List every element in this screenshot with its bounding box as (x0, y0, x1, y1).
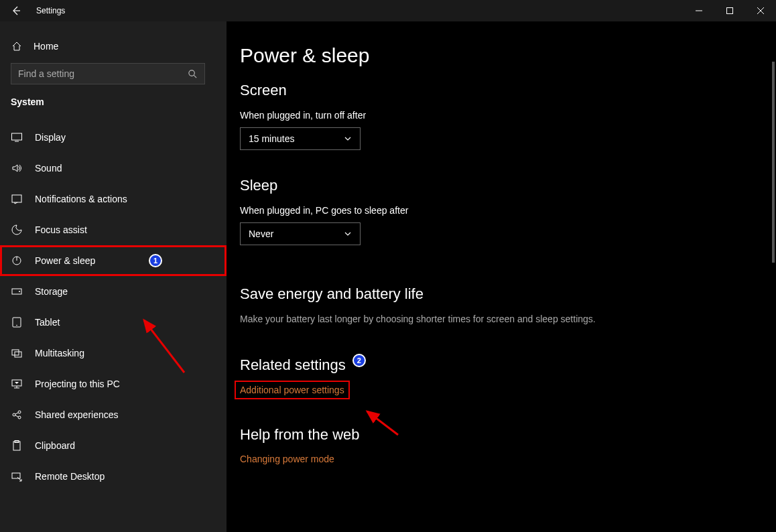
display-icon (11, 131, 23, 143)
sidebar-item-multitasking[interactable]: Multitasking (0, 338, 227, 369)
screen-field-label: When plugged in, turn off after (240, 110, 749, 121)
remote-desktop-icon (11, 470, 23, 482)
settings-window: Settings A PUALS Home (0, 0, 776, 532)
sidebar-item-tablet[interactable]: Tablet (0, 307, 227, 338)
dropdown-value: Never (249, 228, 273, 239)
svg-rect-9 (12, 350, 19, 355)
svg-point-6 (19, 291, 20, 292)
window-controls (684, 0, 776, 21)
tablet-icon (11, 316, 23, 328)
sidebar-item-notifications[interactable]: Notifications & actions (0, 184, 227, 214)
search-box[interactable] (11, 63, 205, 84)
page-title: Power & sleep (240, 44, 749, 67)
sidebar-item-remote-desktop[interactable]: Remote Desktop (0, 461, 227, 492)
sidebar-item-label: Remote Desktop (35, 471, 105, 482)
power-icon (11, 255, 23, 267)
nav-list: Display Sound Notifications & actions Fo… (0, 122, 227, 492)
back-button[interactable] (0, 0, 32, 21)
scrollbar[interactable] (772, 62, 775, 263)
sidebar: Home System Display Sound (0, 21, 227, 532)
home-label: Home (34, 41, 58, 52)
minimize-button[interactable] (684, 0, 714, 21)
maximize-icon (726, 7, 734, 15)
changing-power-mode-link[interactable]: Changing power mode (240, 454, 334, 464)
chevron-down-icon (344, 135, 352, 143)
sidebar-item-clipboard[interactable]: Clipboard (0, 430, 227, 461)
sleep-section-title: Sleep (240, 177, 749, 194)
svg-point-1 (189, 70, 194, 75)
sidebar-item-label: Notifications & actions (35, 194, 127, 204)
sidebar-item-sound[interactable]: Sound (0, 153, 227, 184)
sidebar-item-label: Power & sleep (35, 255, 95, 266)
sidebar-item-power-sleep[interactable]: Power & sleep 1 (0, 245, 227, 276)
svg-point-14 (18, 416, 21, 419)
sidebar-item-label: Display (35, 132, 66, 143)
sidebar-item-projecting[interactable]: Projecting to this PC (0, 369, 227, 399)
multitasking-icon (11, 347, 23, 359)
main-content: Power & sleep Screen When plugged in, tu… (227, 21, 776, 532)
close-icon (757, 7, 765, 15)
search-input[interactable] (18, 68, 188, 79)
help-title: Help from the web (240, 426, 749, 444)
sidebar-item-storage[interactable]: Storage (0, 276, 227, 307)
sleep-timeout-dropdown[interactable]: Never (240, 222, 361, 245)
notifications-icon (11, 193, 23, 205)
sound-icon (11, 162, 23, 174)
projecting-icon (11, 378, 23, 390)
svg-rect-2 (12, 133, 22, 140)
sleep-field-label: When plugged in, PC goes to sleep after (240, 205, 749, 216)
clipboard-icon (11, 440, 23, 452)
minimize-icon (695, 7, 703, 15)
sidebar-item-label: Tablet (35, 317, 60, 328)
annotation-badge-2: 2 (352, 354, 366, 367)
shared-icon (11, 409, 23, 421)
sidebar-item-label: Storage (35, 286, 68, 297)
sidebar-item-label: Shared experiences (35, 409, 119, 420)
storage-icon (11, 285, 23, 297)
svg-rect-0 (727, 8, 733, 14)
home-icon (11, 40, 23, 52)
focus-assist-icon (11, 224, 23, 236)
maximize-button[interactable] (714, 0, 745, 21)
sidebar-item-focus-assist[interactable]: Focus assist (0, 214, 227, 245)
additional-power-settings-link[interactable]: Additional power settings (236, 382, 348, 398)
screen-section-title: Screen (240, 82, 749, 99)
svg-point-13 (18, 411, 21, 413)
sidebar-item-label: Sound (35, 163, 62, 174)
annotation-badge-1: 1 (149, 254, 162, 267)
related-settings-title: Related settings (240, 356, 346, 374)
svg-rect-17 (12, 473, 20, 478)
titlebar: Settings (0, 0, 776, 21)
sidebar-item-label: Multitasking (35, 348, 84, 358)
dropdown-value: 15 minutes (249, 133, 294, 144)
sidebar-item-label: Projecting to this PC (35, 379, 120, 389)
svg-rect-10 (15, 352, 21, 357)
save-energy-title: Save energy and battery life (240, 285, 749, 303)
sidebar-item-display[interactable]: Display (0, 122, 227, 153)
svg-rect-3 (12, 195, 21, 202)
screen-timeout-dropdown[interactable]: 15 minutes (240, 127, 361, 150)
svg-point-8 (16, 325, 17, 326)
close-button[interactable] (745, 0, 776, 21)
svg-point-12 (13, 413, 15, 416)
category-label: System (0, 96, 227, 113)
search-icon (188, 69, 198, 79)
chevron-down-icon (344, 230, 352, 238)
arrow-left-icon (11, 5, 21, 16)
sidebar-item-label: Clipboard (35, 440, 75, 451)
sidebar-item-label: Focus assist (35, 224, 87, 235)
home-nav[interactable]: Home (0, 35, 227, 63)
window-title: Settings (36, 6, 65, 15)
save-energy-desc: Make your battery last longer by choosin… (240, 314, 749, 324)
sidebar-item-shared[interactable]: Shared experiences (0, 399, 227, 430)
